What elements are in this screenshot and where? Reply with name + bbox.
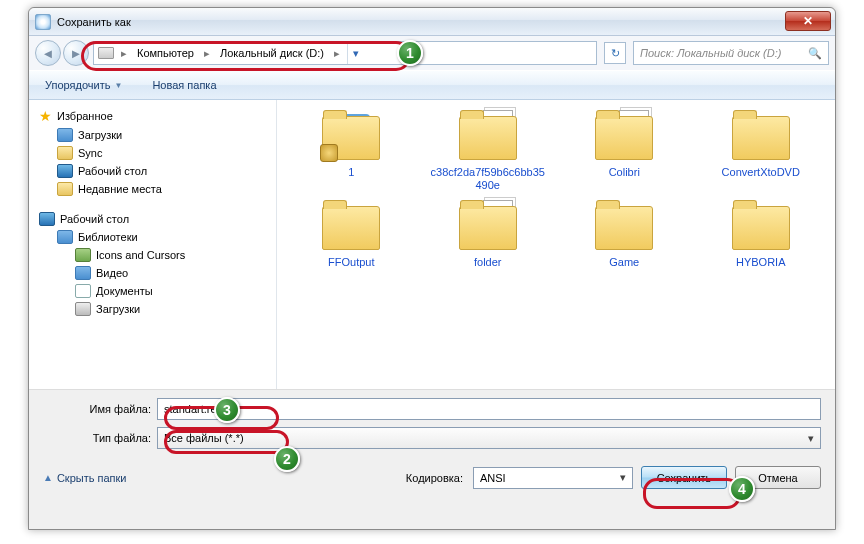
filetype-combo[interactable]: Все файлы (*.*)	[157, 427, 821, 449]
folder-grid[interactable]: 1 c38cf2da7f59b6c6bb35490e Colibri Conve…	[277, 100, 835, 389]
chevron-up-icon: ▲	[43, 472, 53, 483]
hide-folders-link[interactable]: ▲Скрыть папки	[43, 472, 127, 484]
chevron-right-icon: ▸	[331, 47, 343, 60]
folder-icon	[459, 116, 517, 160]
downloads-icon	[75, 302, 91, 316]
search-input[interactable]: Поиск: Локальный диск (D:) 🔍	[633, 41, 829, 65]
tree-libraries[interactable]: Библиотеки	[39, 228, 276, 246]
close-button[interactable]: ✕	[785, 11, 831, 31]
folder-icon	[595, 116, 653, 160]
dialog-footer: ▲Скрыть папки Кодировка: ANSI Сохранить …	[29, 460, 835, 499]
folder-item[interactable]: folder	[422, 200, 555, 269]
chevron-right-icon: ▸	[201, 47, 213, 60]
annotation-badge: 4	[729, 476, 755, 502]
folder-item[interactable]: Colibri	[558, 110, 691, 192]
tree-icons[interactable]: Icons and Cursors	[39, 246, 276, 264]
encoding-combo[interactable]: ANSI	[473, 467, 633, 489]
tree-recent[interactable]: Недавние места	[39, 180, 276, 198]
pictures-icon	[75, 248, 91, 262]
filename-label: Имя файла:	[43, 403, 151, 415]
organize-button[interactable]: Упорядочить▼	[39, 76, 128, 94]
folder-item[interactable]: ConvertXtoDVD	[695, 110, 828, 192]
refresh-button[interactable]: ↻	[604, 42, 626, 64]
forward-button[interactable]: ►	[63, 40, 89, 66]
folder-icon	[732, 206, 790, 250]
window-title: Сохранить как	[57, 16, 131, 28]
search-placeholder: Поиск: Локальный диск (D:)	[640, 47, 781, 59]
star-icon: ★	[39, 108, 52, 124]
folder-item[interactable]: FFOutput	[285, 200, 418, 269]
annotation-badge: 2	[274, 446, 300, 472]
app-icon	[35, 14, 51, 30]
document-icon	[75, 284, 91, 298]
folder-icon	[732, 116, 790, 160]
recent-icon	[57, 182, 73, 196]
chevron-right-icon: ▸	[118, 47, 130, 60]
nav-row: ◄ ► ▸ Компьютер ▸ Локальный диск (D:) ▸ …	[29, 36, 835, 70]
desktop-icon	[39, 212, 55, 226]
tree-favorites[interactable]: ★Избранное	[39, 106, 276, 126]
save-button[interactable]: Сохранить	[641, 466, 727, 489]
annotation-badge: 1	[397, 40, 423, 66]
filename-input[interactable]: standart.reg	[157, 398, 821, 420]
address-dropdown[interactable]: ▾	[347, 42, 363, 64]
toolbar: Упорядочить▼ Новая папка	[29, 70, 835, 100]
folder-icon	[459, 206, 517, 250]
libraries-icon	[57, 230, 73, 244]
search-icon: 🔍	[808, 47, 822, 60]
tree-sync[interactable]: Sync	[39, 144, 276, 162]
address-bar[interactable]: ▸ Компьютер ▸ Локальный диск (D:) ▸ ▾	[93, 41, 597, 65]
folder-icon	[322, 206, 380, 250]
tree-downloads2[interactable]: Загрузки	[39, 300, 276, 318]
folder-icon	[57, 146, 73, 160]
tree-downloads[interactable]: Загрузки	[39, 126, 276, 144]
titlebar[interactable]: Сохранить как ✕	[29, 8, 835, 36]
tree-desktop[interactable]: Рабочий стол	[39, 162, 276, 180]
back-button[interactable]: ◄	[35, 40, 61, 66]
annotation-badge: 3	[214, 397, 240, 423]
file-fields: Имя файла: standart.reg Тип файла: Все ф…	[29, 390, 835, 460]
folder-item[interactable]: 1	[285, 110, 418, 192]
encoding-label: Кодировка:	[406, 472, 463, 484]
disk-icon	[98, 47, 114, 59]
tree-docs[interactable]: Документы	[39, 282, 276, 300]
folder-item[interactable]: HYBORIA	[695, 200, 828, 269]
chevron-down-icon: ▼	[114, 81, 122, 90]
folder-item[interactable]: c38cf2da7f59b6c6bb35490e	[422, 110, 555, 192]
breadcrumb-disk[interactable]: Локальный диск (D:)	[217, 46, 327, 60]
tree-video[interactable]: Видео	[39, 264, 276, 282]
breadcrumb-computer[interactable]: Компьютер	[134, 46, 197, 60]
folder-icon	[595, 206, 653, 250]
folder-icon	[57, 128, 73, 142]
nav-tree[interactable]: ★Избранное Загрузки Sync Рабочий стол Не…	[29, 100, 277, 389]
folder-item[interactable]: Game	[558, 200, 691, 269]
filetype-label: Тип файла:	[43, 432, 151, 444]
video-icon	[75, 266, 91, 280]
save-as-dialog: Сохранить как ✕ ◄ ► ▸ Компьютер ▸ Локаль…	[28, 7, 836, 530]
tree-desktop2[interactable]: Рабочий стол	[39, 210, 276, 228]
lock-icon	[320, 144, 338, 162]
new-folder-button[interactable]: Новая папка	[146, 76, 222, 94]
desktop-icon	[57, 164, 73, 178]
